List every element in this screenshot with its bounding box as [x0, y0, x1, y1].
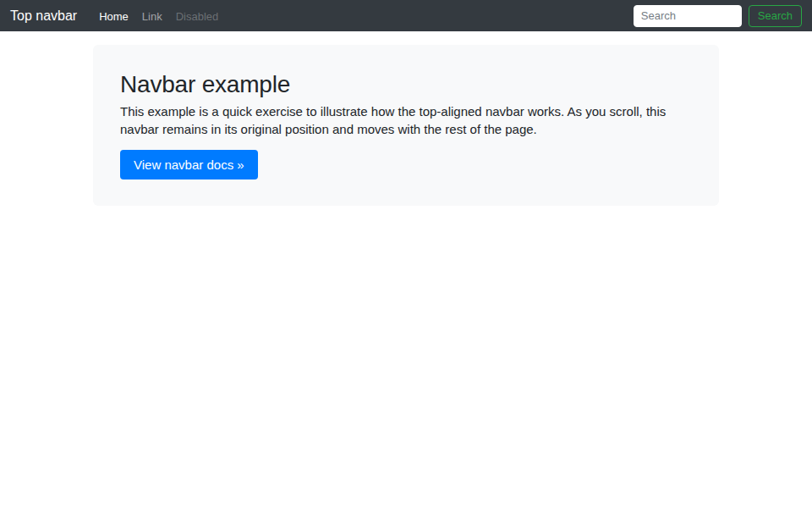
navbar-nav: Home Link Disabled [92, 8, 225, 24]
nav-item: Home [92, 8, 135, 24]
main-content: Navbar example This example is a quick e… [93, 45, 719, 206]
search-form: Search [634, 5, 802, 27]
search-input[interactable] [634, 5, 742, 27]
nav-item: Link [135, 8, 169, 24]
nav-link-disabled: Disabled [169, 5, 226, 28]
hero-description: This example is a quick exercise to illu… [120, 102, 692, 138]
nav-link-link[interactable]: Link [135, 5, 169, 28]
nav-item: Disabled [169, 8, 226, 24]
navbar-brand[interactable]: Top navbar [10, 9, 77, 23]
hero-title: Navbar example [120, 71, 692, 98]
view-navbar-docs-button[interactable]: View navbar docs » [120, 150, 258, 179]
search-button[interactable]: Search [749, 5, 802, 27]
top-navbar: Top navbar Home Link Disabled Search [0, 0, 812, 31]
jumbotron: Navbar example This example is a quick e… [93, 45, 719, 206]
nav-link-home[interactable]: Home [92, 5, 135, 28]
